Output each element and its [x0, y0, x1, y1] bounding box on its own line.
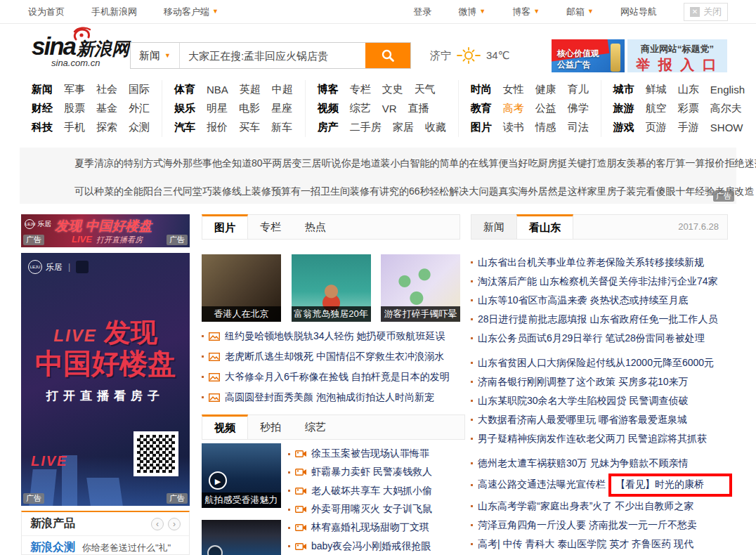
nav-item[interactable]: 健康 [535, 83, 556, 96]
text-ad-link[interactable]: 可以种菜的全能阳台 [74, 185, 163, 198]
nav-item[interactable]: 文史 [382, 83, 403, 96]
nav-item[interactable]: 国际 [129, 83, 150, 96]
news-link[interactable]: 高考| 中传 青科大 泰山医学院 英才 齐鲁医药 现代 [478, 538, 693, 551]
tab-pictures[interactable]: 图片 [202, 214, 248, 239]
nav-item[interactable]: 股票 [64, 102, 85, 115]
nav-item[interactable]: 游戏 [613, 121, 634, 134]
nav-item[interactable]: 博客 [318, 83, 339, 96]
nav-item[interactable]: 旅游 [613, 102, 634, 115]
news-link[interactable]: 28日进行提前批志愿填报 山东省政府任免一批工作人员 [478, 313, 717, 326]
nav-item[interactable]: 探索 [96, 121, 117, 134]
blog-link[interactable]: 博客▼ [512, 6, 540, 18]
leju-banner-big[interactable]: LEJU乐居| LIVE发现 中国好楼盘 打开直播看房子 LIVE 广告 广告 [21, 253, 190, 506]
zhongce-link[interactable]: 新浪众测 [30, 540, 75, 555]
nav-item[interactable]: 城市 [613, 83, 634, 96]
nav-item[interactable]: 房产 [318, 121, 339, 134]
nav-item[interactable]: 星座 [271, 102, 292, 115]
nav-item[interactable]: 科技 [32, 121, 53, 134]
news-link[interactable]: 菏泽豆角四角一斤没人要 济南批发一元一斤不愁卖 [478, 519, 697, 532]
nav-item[interactable]: English [710, 84, 745, 96]
nav-item[interactable]: 社会 [96, 83, 117, 96]
photo-thumb[interactable]: 香港人在北京 [202, 254, 281, 322]
text-ad-link[interactable]: 卫生间装修有讲究的 [320, 185, 409, 198]
video-link[interactable]: 老人破坏共享车 大妈抓小偷 [311, 485, 432, 497]
tab-video[interactable]: 视频 [202, 414, 248, 439]
nav-item[interactable]: 直播 [408, 102, 429, 115]
weibo-link[interactable]: 微博▼ [458, 6, 485, 18]
tab-news[interactable]: 新闻 [471, 215, 517, 239]
tab-variety[interactable]: 综艺 [293, 415, 338, 439]
text-ad-link[interactable]: 66秒轻松解决大问题 [409, 185, 499, 198]
news-link[interactable]: 山东省出台机关事业单位养老保险关系转移接续新规 [478, 256, 704, 269]
nav-item[interactable]: 情感 [535, 121, 556, 134]
mobile-client-link[interactable]: 移动客户端▼ [164, 6, 219, 18]
nav-item[interactable]: 页游 [646, 121, 667, 134]
mail-link[interactable]: 邮箱▼ [566, 6, 594, 18]
news-link[interactable]: 男子疑精神疾病发作连砍老父两刀 民警追踪将其抓获 [478, 433, 707, 445]
nav-item[interactable]: 司法 [568, 121, 589, 134]
nav-item[interactable]: 家居 [393, 121, 414, 134]
video-link[interactable]: baby夜会冯小刚婚戒很抢眼 [311, 540, 431, 553]
video-link[interactable]: 徐玉玉案被告现场认罪悔罪 [311, 448, 429, 460]
nav-item[interactable]: 手游 [678, 121, 699, 134]
sina-logo[interactable]: sina新浪网 sina.com.cn [32, 32, 137, 68]
nav-item[interactable]: 天气 [415, 83, 436, 96]
nav-item[interactable]: 中超 [272, 83, 293, 96]
text-ad-link[interactable]: 智能的简单的在线算 [410, 157, 499, 170]
nav-item[interactable]: 高尔夫 [710, 102, 742, 115]
nav-item[interactable]: 电影 [239, 102, 260, 115]
nav-item[interactable]: 军事 [64, 83, 85, 96]
news-link[interactable]: 济南各银行刚刚调整了这个政策 买房多花10来万 [478, 376, 688, 388]
news-link[interactable]: 高速公路交通违法曝光宣传栏 [478, 478, 606, 491]
news-link[interactable]: 德州老太遭车祸获赔30万 兄妹为争赔款不顾亲情 [478, 457, 688, 470]
news-link[interactable]: 纽约曼哈顿地铁脱轨34人轻伤 她扔硬币致航班延误 [225, 330, 445, 343]
nav-item[interactable]: 佛学 [568, 102, 589, 115]
photo-thumb[interactable]: 游客打碎手镯吓晕 [381, 254, 460, 322]
news-link[interactable]: 山东公务员面试6月29日举行 笔试28份雷同卷被处理 [478, 332, 705, 345]
nav-item[interactable]: 育儿 [568, 83, 589, 96]
text-ad-link[interactable]: 80平两居变三居 [252, 157, 322, 170]
text-ad-link[interactable]: 算一算报价拒绝迷茫 [676, 157, 756, 170]
nav-item[interactable]: 娱乐 [174, 102, 195, 115]
nav-item[interactable]: 外汇 [129, 102, 150, 115]
nav-item[interactable]: 教育 [471, 102, 492, 115]
text-ad-link[interactable]: 海外那些事他全知道 [163, 157, 252, 170]
video-link[interactable]: 虾霸暴力卖虾 民警凑钱救人 [311, 466, 432, 478]
text-ad-link[interactable]: 便当好吃厨房挺关键 [499, 157, 587, 170]
nav-item[interactable]: SHOW [710, 122, 743, 133]
close-button[interactable]: ✕关闭 [684, 3, 728, 21]
nav-item[interactable]: 报价 [207, 121, 228, 134]
highlighted-news-link[interactable]: 【看见】时光的康桥 [615, 478, 704, 491]
zhongce-desc-link[interactable]: 你给老爸送过什么"礼" [82, 542, 171, 554]
leju-banner-small[interactable]: LEJU乐居 发现 中国好楼盘 LIVE打开直播看房 广告 广告 [21, 214, 190, 247]
news-link[interactable]: 大数据看济南人最爱哪里玩 哪省游客最爱逛泉城 [478, 414, 687, 426]
nav-item[interactable]: 时尚 [471, 83, 492, 96]
nav-item[interactable]: 视频 [318, 102, 339, 115]
video-thumb[interactable]: ▶ 航拍感受香港魅力 [202, 443, 281, 508]
text-ad-link[interactable]: 听说你是地道装小白 [322, 157, 410, 170]
nav-item[interactable]: 英超 [240, 83, 261, 96]
search-button[interactable] [365, 43, 410, 68]
nav-item[interactable]: 读书 [503, 121, 524, 134]
text-ad-link[interactable]: 真实海外居然是这样 [499, 185, 587, 198]
nav-item[interactable]: 山东 [678, 83, 699, 96]
news-link[interactable]: 山东等10省区市高温来袭 炎热状态或持续至月底 [478, 294, 688, 307]
nav-item[interactable]: 彩票 [678, 102, 699, 115]
news-link[interactable]: 高圆圆登封面秀美颜 泡泡袖成街拍达人时尚新宠 [225, 391, 434, 404]
photo-thumb[interactable]: 富翁荒岛独居20年 [292, 254, 371, 322]
site-nav-link[interactable]: 网站导航 [620, 6, 657, 18]
nav-item[interactable]: 财经 [32, 102, 53, 115]
nav-item[interactable]: 女性 [503, 83, 524, 96]
tab-columns[interactable]: 专栏 [248, 215, 293, 239]
text-ad-link[interactable]: 三代同堂巧装修 [163, 185, 232, 198]
nav-item[interactable]: 汽车 [174, 121, 195, 134]
nav-item[interactable]: 众测 [129, 121, 150, 134]
text-ad-link[interactable]: 夏季清凉的特别方式 [74, 157, 163, 170]
nav-item[interactable]: 二手房 [350, 121, 382, 134]
news-link[interactable]: 大爷修伞月入6千称像在捡钱 自拍杆竟是日本的发明 [225, 371, 450, 384]
set-home-link[interactable]: 设为首页 [28, 6, 65, 18]
nav-item[interactable]: 图片 [471, 121, 492, 134]
text-ad-link[interactable]: 家里房子装完看傻眼 [587, 185, 676, 198]
video-link[interactable]: 林宥嘉婚礼现场甜吻丁文琪 [311, 521, 429, 534]
nav-item[interactable]: 综艺 [350, 102, 371, 115]
